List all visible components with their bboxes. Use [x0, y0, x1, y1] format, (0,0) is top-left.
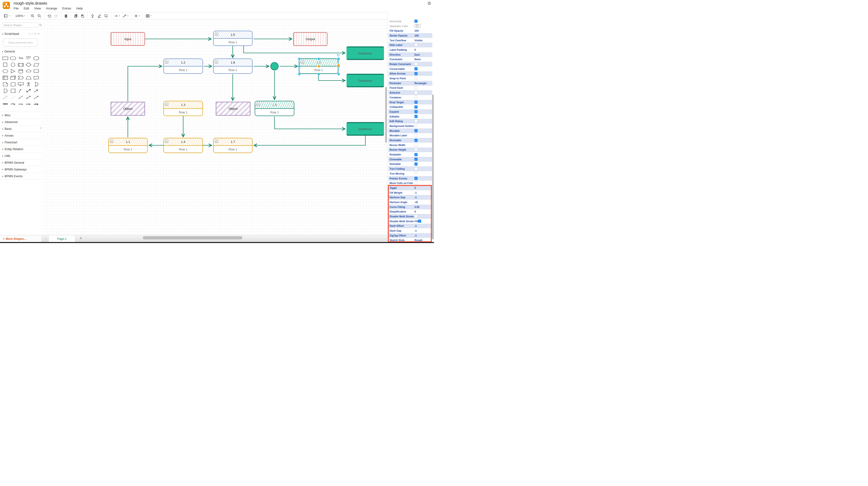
property-row-dash-offset[interactable]: Dash Offset-1 — [388, 224, 432, 228]
globe-icon[interactable] — [428, 1, 431, 6]
checkbox[interactable] — [414, 143, 417, 146]
color-swatch[interactable] — [414, 24, 421, 27]
shape-connector-4[interactable] — [25, 101, 32, 107]
property-row-disable-multi-stroke[interactable]: Disable Multi Stroke — [388, 214, 432, 219]
table-icon[interactable]: ▾ — [144, 13, 153, 19]
shape-text[interactable]: Text — [17, 55, 25, 61]
node-junction[interactable] — [270, 62, 279, 70]
property-row-background-outline[interactable]: Background Outline — [388, 123, 432, 128]
sidebar-section-bpmn-events[interactable]: ▸BPMN Events — [0, 173, 41, 180]
checkbox[interactable] — [414, 172, 417, 175]
sidebar-resize-grip[interactable]: ‖ — [40, 127, 41, 130]
edge-10[interactable] — [318, 74, 345, 81]
shape-diamond[interactable] — [25, 61, 32, 68]
property-row-movable[interactable]: Movable✓ — [388, 128, 432, 133]
collapse-icon[interactable]: − — [165, 60, 168, 64]
checkbox[interactable] — [414, 215, 417, 218]
property-row-horizontal[interactable]: Horizontal✓ — [388, 19, 432, 24]
property-row-allow-arrows[interactable]: Allow Arrows✓ — [388, 71, 432, 76]
property-row-dash-gap[interactable]: Dash Gap-1 — [388, 228, 432, 233]
menu-extras[interactable]: Extras — [62, 6, 71, 11]
edge-3[interactable] — [128, 66, 162, 101]
shape-bidirectional-arrow[interactable] — [25, 88, 32, 94]
scratchpad-dropzone[interactable]: Drag elements here — [3, 38, 38, 47]
node-n11[interactable]: − 1.1 Row 1 — [108, 138, 148, 153]
shape-line[interactable] — [17, 94, 25, 101]
property-row-collapsible[interactable]: Collapsible✓ — [388, 105, 432, 109]
shape-triangle[interactable] — [9, 68, 17, 75]
node-db2[interactable]: Database — [346, 74, 384, 87]
shape-rectangle[interactable] — [1, 55, 9, 61]
undo-icon[interactable] — [46, 13, 53, 19]
property-row-curve-fitting[interactable]: Curve Fitting0.95 — [388, 205, 432, 209]
selection-handle-2[interactable] — [337, 58, 340, 60]
shape-and[interactable] — [1, 88, 9, 94]
shape-trapezoid[interactable] — [25, 75, 32, 81]
checkbox[interactable]: ✓ — [414, 101, 417, 104]
shape-curve[interactable] — [17, 88, 25, 94]
sidebar-section-entity-relation[interactable]: ▸Entity Relation — [0, 146, 41, 152]
zoom-level-dropdown[interactable]: 145%▾ — [14, 13, 26, 19]
property-row-connectable[interactable]: Connectable✓ — [388, 66, 432, 71]
search-shapes-box[interactable] — [2, 23, 39, 28]
zoom-out-icon[interactable] — [36, 13, 43, 19]
checkbox[interactable]: ✓ — [414, 106, 417, 109]
property-row-hachure-gap[interactable]: Hachure Gap-1 — [388, 195, 432, 200]
checkbox[interactable] — [414, 124, 417, 127]
shape-rounded-rectangle[interactable] — [9, 55, 17, 61]
checkbox[interactable]: ✓ — [414, 158, 417, 161]
add-icon[interactable]: + — [31, 32, 33, 35]
shadow-icon[interactable] — [103, 13, 110, 19]
panel-scrollbar[interactable] — [432, 94, 434, 239]
help-icon[interactable]: ? — [29, 32, 30, 35]
property-row-autosize[interactable]: Autosize — [388, 90, 432, 95]
node-db3[interactable]: Database — [346, 122, 384, 136]
checkbox[interactable] — [414, 43, 417, 47]
property-row-rotatable[interactable]: Rotatable✓ — [388, 152, 432, 157]
property-row-stroke-opacity[interactable]: Stroke Opacity100 — [388, 33, 432, 38]
insert-icon[interactable]: ▾ — [133, 13, 141, 19]
checkbox[interactable] — [414, 62, 417, 65]
property-row-tree-moving[interactable]: Tree Moving — [388, 171, 432, 176]
scratchpad-section[interactable]: ▾ Scratchpad ? + ✎ ✕ — [2, 32, 40, 35]
collapse-icon[interactable]: − — [165, 140, 168, 143]
node-db1[interactable]: Database — [346, 47, 384, 60]
node-n18[interactable]: − 1.8 Row 1 — [255, 101, 294, 116]
to-front-icon[interactable] — [72, 13, 79, 19]
rotate-handle[interactable]: ↻ — [337, 53, 340, 58]
collapse-icon[interactable]: − — [215, 60, 218, 64]
shape-data-storage[interactable] — [9, 88, 17, 94]
collapse-icon[interactable]: − — [215, 32, 218, 36]
edge-11[interactable] — [275, 117, 345, 129]
checkbox[interactable]: ✓ — [414, 20, 417, 23]
checkbox[interactable]: ✓ — [414, 129, 417, 132]
sidebar-section-advanced[interactable]: ▸Advanced — [0, 118, 41, 125]
property-row-container[interactable]: Container — [388, 95, 432, 100]
shape-directional-connector[interactable] — [32, 94, 40, 101]
property-row-zigzag-offset[interactable]: ZigZag Offset-1 — [388, 233, 432, 238]
edit-icon[interactable]: ✎ — [34, 32, 36, 35]
diagram-canvas[interactable]: Input− 1.5 Row 1OutputDatabase− 1.2 Row … — [41, 20, 388, 235]
property-row-fill-weight[interactable]: Fill Weight-1 — [388, 190, 432, 195]
checkbox[interactable] — [414, 95, 417, 99]
property-row-hide-label[interactable]: Hide Label — [388, 42, 432, 48]
shape-arrow[interactable] — [32, 88, 40, 94]
shape-step[interactable] — [17, 75, 25, 81]
to-back-icon[interactable] — [79, 13, 86, 19]
shape-connector-3[interactable] — [17, 101, 25, 107]
node-obj1[interactable]: Object — [111, 102, 145, 116]
node-input[interactable]: Input — [111, 32, 145, 46]
search-input[interactable] — [2, 24, 39, 27]
checkbox[interactable]: ✓ — [414, 153, 417, 156]
node-n14[interactable]: − 1.4 Row 1 — [163, 138, 203, 153]
property-row-constraint[interactable]: ConstraintNone — [388, 57, 432, 62]
shape-callout[interactable] — [17, 81, 25, 88]
vertical-dots-icon[interactable]: ⋮ — [44, 236, 48, 240]
waypoints-icon[interactable]: ▾ — [121, 13, 129, 19]
property-row-expand[interactable]: Expand✓ — [388, 109, 432, 114]
property-row-direction[interactable]: DirectionEast — [388, 52, 432, 57]
shape-process[interactable] — [17, 61, 25, 68]
shape-cube[interactable] — [9, 75, 17, 81]
checkbox[interactable] — [414, 181, 417, 184]
checkbox[interactable] — [414, 86, 417, 89]
